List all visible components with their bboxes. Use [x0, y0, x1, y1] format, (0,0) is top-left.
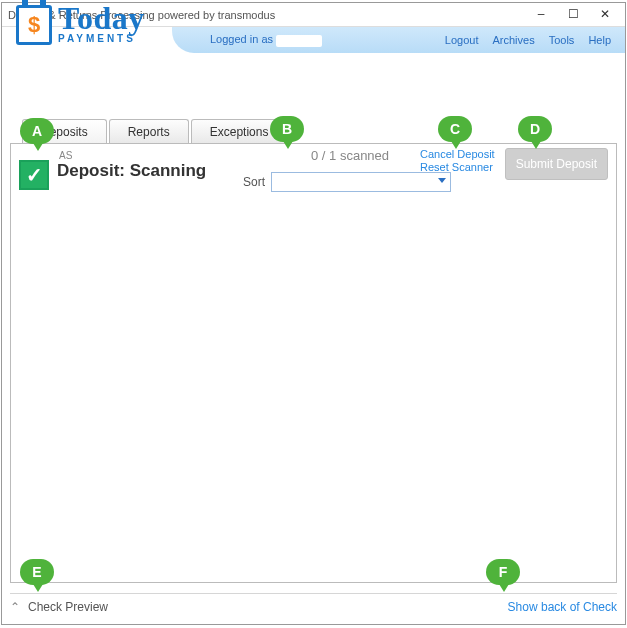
callout-b: B	[270, 116, 304, 142]
deposit-info: AS Deposit: Scanning	[57, 150, 206, 181]
callout-c: C	[438, 116, 472, 142]
dollar-icon: $	[28, 12, 40, 38]
scan-count: 0 / 1 scanned	[311, 148, 389, 163]
tools-link[interactable]: Tools	[549, 34, 575, 46]
archives-link[interactable]: Archives	[493, 34, 535, 46]
callout-a: A	[20, 118, 54, 144]
cancel-deposit-link[interactable]: Cancel Deposit	[420, 148, 495, 160]
checkmark-icon: ✓	[19, 160, 49, 190]
callout-d: D	[518, 116, 552, 142]
logout-link[interactable]: Logout	[445, 34, 479, 46]
check-preview-label: Check Preview	[28, 600, 508, 614]
top-ribbon: Logged in as Logout Archives Tools Help	[172, 27, 625, 53]
deposit-as: AS	[59, 150, 206, 161]
callout-e: E	[20, 559, 54, 585]
show-back-link[interactable]: Show back of Check	[508, 600, 617, 614]
logo-icon: $	[16, 1, 52, 45]
callout-f: F	[486, 559, 520, 585]
right-actions: Cancel Deposit Reset Scanner Submit Depo…	[420, 148, 608, 180]
panel-body	[11, 198, 616, 582]
expand-icon[interactable]: ⌃	[10, 600, 20, 614]
header-spacer	[2, 53, 625, 111]
loggedin-label: Logged in as	[210, 33, 322, 46]
loggedin-prefix: Logged in as	[210, 33, 273, 45]
panel-header: ✓ AS Deposit: Scanning 0 / 1 scanned Sor…	[11, 144, 616, 194]
logo: $ Today PAYMENTS	[16, 1, 145, 45]
window-controls: – ☐ ✕	[527, 6, 619, 24]
app-window: Deposit & Returns Processing powered by …	[1, 2, 626, 625]
main-panel: ✓ AS Deposit: Scanning 0 / 1 scanned Sor…	[10, 143, 617, 583]
reset-scanner-link[interactable]: Reset Scanner	[420, 161, 495, 173]
statusbar: ⌃ Check Preview Show back of Check	[10, 593, 617, 614]
minimize-button[interactable]: –	[527, 6, 555, 24]
logo-text-today: Today	[58, 2, 145, 34]
deposit-title: Deposit: Scanning	[57, 161, 206, 181]
help-link[interactable]: Help	[588, 34, 611, 46]
close-button[interactable]: ✕	[591, 6, 619, 24]
logo-text-payments: PAYMENTS	[58, 34, 145, 44]
submit-deposit-button[interactable]: Submit Deposit	[505, 148, 608, 180]
maximize-button[interactable]: ☐	[559, 6, 587, 24]
loggedin-user-masked	[276, 35, 322, 47]
tab-reports[interactable]: Reports	[109, 119, 189, 144]
sort-label: Sort	[243, 175, 265, 189]
